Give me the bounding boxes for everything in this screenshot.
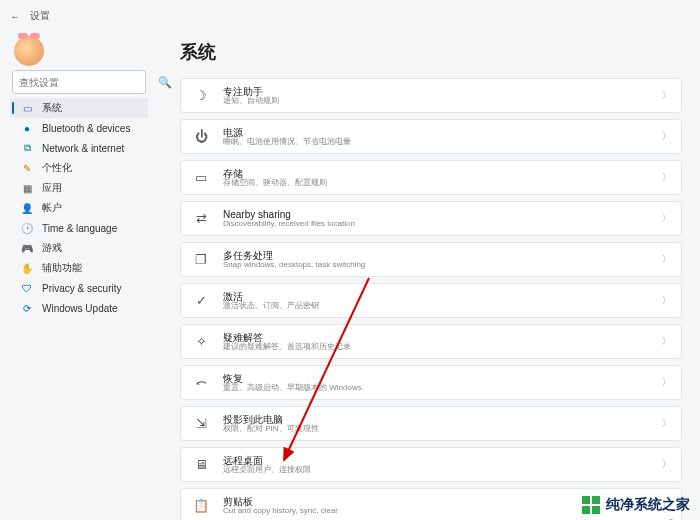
nav-label: 系统 [42, 101, 62, 115]
user-avatar[interactable] [14, 36, 44, 66]
card-subtitle: 存储空间、驱动器、配置规则 [223, 179, 662, 188]
settings-card-7[interactable]: ⤺恢复重置、高级启动、早期版本的 Windows〉 [180, 365, 682, 400]
nav-label: 游戏 [42, 241, 62, 255]
search-input[interactable] [13, 77, 152, 88]
settings-card-1[interactable]: ⏻电源睡眠、电池使用情况、节省电池电量〉 [180, 119, 682, 154]
search-box[interactable]: 🔍 [12, 70, 146, 94]
settings-card-2[interactable]: ▭存储存储空间、驱动器、配置规则〉 [180, 160, 682, 195]
nav-item-7[interactable]: 🎮游戏 [10, 238, 148, 258]
nav-item-5[interactable]: 👤帐户 [10, 198, 148, 218]
nav-icon: ▦ [20, 181, 34, 195]
card-subtitle: 重置、高级启动、早期版本的 Windows [223, 384, 662, 393]
title-bar: ← 设置 [0, 0, 700, 28]
card-icon: ☽ [191, 88, 211, 103]
card-title: 恢复 [223, 373, 662, 384]
card-title: 投影到此电脑 [223, 414, 662, 425]
card-text: 多任务处理Snap windows, desktops, task switch… [223, 250, 662, 270]
nav-item-4[interactable]: ▦应用 [10, 178, 148, 198]
card-title: 远程桌面 [223, 455, 662, 466]
chevron-right-icon: 〉 [662, 130, 671, 143]
nav-label: 辅助功能 [42, 261, 82, 275]
chevron-right-icon: 〉 [662, 253, 671, 266]
nav-icon: ✋ [20, 261, 34, 275]
card-title: 专注助手 [223, 86, 662, 97]
window-content: 🔍 ▭系统●Bluetooth & devices⧉Network & inte… [0, 28, 700, 520]
nav-item-6[interactable]: 🕑Time & language [10, 218, 148, 238]
nav-item-10[interactable]: ⟳Windows Update [10, 298, 148, 318]
card-subtitle: 激活状态、订阅、产品密钥 [223, 302, 662, 311]
nav-item-8[interactable]: ✋辅助功能 [10, 258, 148, 278]
card-text: 存储存储空间、驱动器、配置规则 [223, 168, 662, 188]
nav-icon: ● [20, 121, 34, 135]
card-text: Nearby sharingDiscoverability, received … [223, 209, 662, 229]
nav-label: 帐户 [42, 201, 62, 215]
card-icon: ⇲ [191, 416, 211, 431]
card-icon: ✓ [191, 293, 211, 308]
chevron-right-icon: 〉 [662, 458, 671, 471]
chevron-right-icon: 〉 [662, 171, 671, 184]
page-title: 系统 [180, 40, 682, 64]
card-subtitle: Cut and copy history, sync, clear [223, 507, 662, 516]
settings-card-3[interactable]: ⇄Nearby sharingDiscoverability, received… [180, 201, 682, 236]
chevron-right-icon: 〉 [662, 294, 671, 307]
card-subtitle: 建议的疑难解答、首选项和历史记录 [223, 343, 662, 352]
card-title: 电源 [223, 127, 662, 138]
nav-item-2[interactable]: ⧉Network & internet [10, 138, 148, 158]
settings-card-10[interactable]: 📋剪贴板Cut and copy history, sync, clear〉 [180, 488, 682, 520]
nav-icon: ▭ [20, 101, 34, 115]
nav-icon: ✎ [20, 161, 34, 175]
card-icon: 🖥 [191, 457, 211, 472]
card-title: 激活 [223, 291, 662, 302]
nav-item-1[interactable]: ●Bluetooth & devices [10, 118, 148, 138]
card-subtitle: 远程桌面用户、连接权限 [223, 466, 662, 475]
card-icon: ⇄ [191, 211, 211, 226]
nav-item-0[interactable]: ▭系统 [10, 98, 148, 118]
card-text: 专注助手通知、自动规则 [223, 86, 662, 106]
card-icon: ❐ [191, 252, 211, 267]
settings-card-8[interactable]: ⇲投影到此电脑权限、配对 PIN、可发现性〉 [180, 406, 682, 441]
card-text: 疑难解答建议的疑难解答、首选项和历史记录 [223, 332, 662, 352]
card-icon: ⤺ [191, 375, 211, 390]
card-text: 投影到此电脑权限、配对 PIN、可发现性 [223, 414, 662, 434]
card-title: Nearby sharing [223, 209, 662, 220]
nav-label: 个性化 [42, 161, 72, 175]
back-button[interactable]: ← [8, 11, 22, 22]
chevron-right-icon: 〉 [662, 335, 671, 348]
nav-icon: 🛡 [20, 281, 34, 295]
card-text: 电源睡眠、电池使用情况、节省电池电量 [223, 127, 662, 147]
settings-card-6[interactable]: ✧疑难解答建议的疑难解答、首选项和历史记录〉 [180, 324, 682, 359]
card-subtitle: 睡眠、电池使用情况、节省电池电量 [223, 138, 662, 147]
settings-card-5[interactable]: ✓激活激活状态、订阅、产品密钥〉 [180, 283, 682, 318]
card-title: 多任务处理 [223, 250, 662, 261]
card-subtitle: 权限、配对 PIN、可发现性 [223, 425, 662, 434]
nav-list: ▭系统●Bluetooth & devices⧉Network & intern… [4, 98, 154, 318]
nav-icon: 👤 [20, 201, 34, 215]
settings-list: ☽专注助手通知、自动规则〉⏻电源睡眠、电池使用情况、节省电池电量〉▭存储存储空间… [180, 78, 682, 520]
main-panel: 系统 ☽专注助手通知、自动规则〉⏻电源睡眠、电池使用情况、节省电池电量〉▭存储存… [154, 28, 700, 520]
card-text: 激活激活状态、订阅、产品密钥 [223, 291, 662, 311]
nav-item-9[interactable]: 🛡Privacy & security [10, 278, 148, 298]
card-subtitle: 通知、自动规则 [223, 97, 662, 106]
card-icon: ⏻ [191, 129, 211, 144]
card-text: 远程桌面远程桌面用户、连接权限 [223, 455, 662, 475]
card-icon: ✧ [191, 334, 211, 349]
card-subtitle: Snap windows, desktops, task switching [223, 261, 662, 270]
settings-card-0[interactable]: ☽专注助手通知、自动规则〉 [180, 78, 682, 113]
nav-label: Network & internet [42, 143, 124, 154]
settings-card-4[interactable]: ❐多任务处理Snap windows, desktops, task switc… [180, 242, 682, 277]
nav-item-3[interactable]: ✎个性化 [10, 158, 148, 178]
nav-label: Bluetooth & devices [42, 123, 130, 134]
chevron-right-icon: 〉 [662, 212, 671, 225]
nav-icon: ⧉ [20, 141, 34, 155]
card-icon: 📋 [191, 498, 211, 513]
nav-label: Privacy & security [42, 283, 121, 294]
nav-label: Windows Update [42, 303, 118, 314]
nav-label: 应用 [42, 181, 62, 195]
nav-icon: ⟳ [20, 301, 34, 315]
chevron-right-icon: 〉 [662, 376, 671, 389]
app-title: 设置 [30, 9, 50, 23]
settings-card-9[interactable]: 🖥远程桌面远程桌面用户、连接权限〉 [180, 447, 682, 482]
nav-icon: 🎮 [20, 241, 34, 255]
chevron-right-icon: 〉 [662, 417, 671, 430]
card-title: 剪贴板 [223, 496, 662, 507]
